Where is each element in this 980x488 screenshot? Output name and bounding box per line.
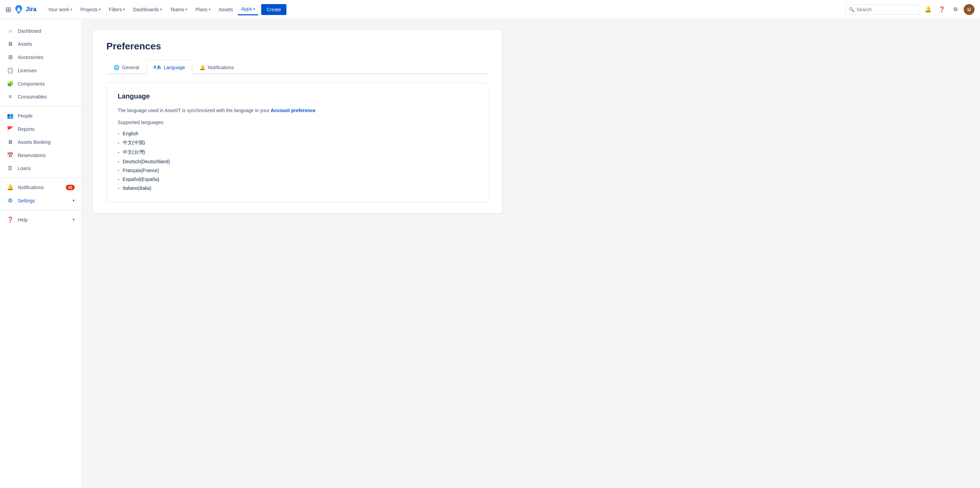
- tab-language[interactable]: A あ Language: [146, 60, 192, 74]
- tabs-bar: 🌐 General A あ Language 🔔 Notifications: [107, 60, 488, 74]
- sidebar-item-people[interactable]: 👥 People: [0, 109, 81, 122]
- language-icon: A あ: [153, 64, 161, 70]
- layout: ○ Dashboard 🖥 Assets ⊞ Accessories 📋 Lic…: [0, 19, 980, 488]
- sidebar-item-accessories[interactable]: ⊞ Accessories: [0, 51, 81, 64]
- chevron-down-icon: ▾: [209, 8, 210, 11]
- logo-text: Jira: [25, 6, 37, 13]
- topnav-right-section: 🔍 🔔 ❓ ⚙ U: [845, 4, 975, 15]
- dashboard-icon: ○: [7, 28, 14, 34]
- create-button[interactable]: Create: [261, 4, 286, 15]
- chevron-down-icon: ▾: [73, 198, 75, 203]
- sidebar-item-components[interactable]: 🧩 Components: [0, 77, 81, 90]
- nav-projects[interactable]: Projects ▾: [77, 4, 104, 15]
- people-icon: 👥: [7, 112, 14, 119]
- chevron-down-icon: ▾: [123, 8, 125, 11]
- loans-icon: 🗓: [7, 165, 14, 171]
- sidebar-item-help[interactable]: ❓ Help ▾: [0, 213, 81, 226]
- consumables-icon: ≡: [7, 94, 14, 100]
- chevron-down-icon: ▾: [73, 217, 75, 222]
- preferences-panel: Preferences 🌐 General A あ Language 🔔 Not…: [93, 30, 502, 213]
- sidebar-item-assets[interactable]: 🖥 Assets: [0, 38, 81, 51]
- bell-icon: 🔔: [199, 65, 205, 70]
- nav-your-work[interactable]: Your work ▾: [45, 4, 76, 15]
- assets-icon: 🖥: [7, 41, 14, 47]
- page-title: Preferences: [107, 41, 488, 52]
- assets-booking-icon: 🖥: [7, 139, 14, 145]
- chevron-down-icon: ▾: [71, 8, 72, 11]
- chevron-down-icon: ▾: [253, 7, 255, 11]
- account-preference-link[interactable]: Account preference: [271, 108, 315, 113]
- tab-general[interactable]: 🌐 General: [107, 60, 146, 74]
- top-navigation: ⊞ Jira Your work ▾ Projects ▾ Filters ▾ …: [0, 0, 980, 19]
- chevron-down-icon: ▾: [186, 8, 187, 11]
- reports-icon: 🚩: [7, 126, 14, 132]
- nav-links: Your work ▾ Projects ▾ Filters ▾ Dashboa…: [45, 3, 845, 15]
- grid-icon[interactable]: ⊞: [5, 5, 11, 14]
- language-description: The language used in AssetIT is synchron…: [118, 107, 477, 114]
- chevron-down-icon: ▾: [160, 8, 162, 11]
- nav-assets[interactable]: Assets: [215, 4, 236, 15]
- reservations-icon: 📅: [7, 152, 14, 158]
- settings-button[interactable]: ⚙: [950, 4, 961, 15]
- nav-plans[interactable]: Plans ▾: [192, 4, 214, 15]
- components-icon: 🧩: [7, 81, 14, 87]
- languages-list: English 中文(中国) 中文(台灣) Deutsch(Deutschlan…: [118, 129, 477, 193]
- language-section-title: Language: [118, 92, 477, 100]
- globe-icon: 🌐: [113, 65, 119, 70]
- language-chinese-tw: 中文(台灣): [118, 147, 477, 157]
- language-italian: Italiano(Italia): [118, 184, 477, 193]
- sidebar-divider-3: [0, 210, 81, 210]
- nav-teams[interactable]: Teams ▾: [167, 4, 191, 15]
- main-content: Preferences 🌐 General A あ Language 🔔 Not…: [82, 19, 980, 488]
- language-spanish: Español(España): [118, 175, 477, 184]
- sidebar-item-notifications[interactable]: 🔔 Notifications 43: [0, 181, 81, 194]
- search-input[interactable]: [857, 7, 916, 12]
- help-button[interactable]: ❓: [936, 4, 947, 15]
- sidebar: ○ Dashboard 🖥 Assets ⊞ Accessories 📋 Lic…: [0, 19, 82, 488]
- language-chinese-cn: 中文(中国): [118, 138, 477, 147]
- nav-filters[interactable]: Filters ▾: [105, 4, 128, 15]
- language-card: Language The language used in AssetIT is…: [107, 82, 488, 203]
- language-french: Français(France): [118, 166, 477, 175]
- nav-apps[interactable]: Apps ▾: [238, 3, 258, 15]
- sidebar-divider-1: [0, 106, 81, 106]
- avatar[interactable]: U: [964, 4, 975, 15]
- sidebar-item-dashboard[interactable]: ○ Dashboard: [0, 25, 81, 38]
- sidebar-divider-2: [0, 177, 81, 178]
- supported-languages-label: Supported languages:: [118, 120, 477, 125]
- chevron-down-icon: ▾: [99, 8, 100, 11]
- sidebar-item-loans[interactable]: 🗓 Loans: [0, 162, 81, 175]
- sidebar-item-settings[interactable]: ⚙ Settings ▾: [0, 194, 81, 207]
- search-box[interactable]: 🔍: [845, 5, 920, 15]
- notifications-button[interactable]: 🔔: [923, 4, 934, 15]
- settings-icon: ⚙: [7, 197, 14, 204]
- licenses-icon: 📋: [7, 67, 14, 74]
- sidebar-item-licenses[interactable]: 📋 Licenses: [0, 64, 81, 77]
- notifications-badge: 43: [66, 185, 75, 190]
- language-german: Deutsch(Deutschland): [118, 157, 477, 166]
- sidebar-item-assets-booking[interactable]: 🖥 Assets Booking: [0, 136, 81, 149]
- search-icon: 🔍: [849, 7, 854, 12]
- sidebar-item-reservations[interactable]: 📅 Reservations: [0, 149, 81, 162]
- notifications-icon: 🔔: [7, 184, 14, 190]
- help-icon: ❓: [7, 216, 14, 223]
- tab-notifications[interactable]: 🔔 Notifications: [192, 60, 241, 74]
- accessories-icon: ⊞: [7, 54, 14, 60]
- logo[interactable]: Jira: [14, 5, 37, 14]
- sidebar-item-consumables[interactable]: ≡ Consumables: [0, 90, 81, 103]
- nav-dashboards[interactable]: Dashboards ▾: [130, 4, 165, 15]
- language-english: English: [118, 129, 477, 138]
- sidebar-item-reports[interactable]: 🚩 Reports: [0, 122, 81, 136]
